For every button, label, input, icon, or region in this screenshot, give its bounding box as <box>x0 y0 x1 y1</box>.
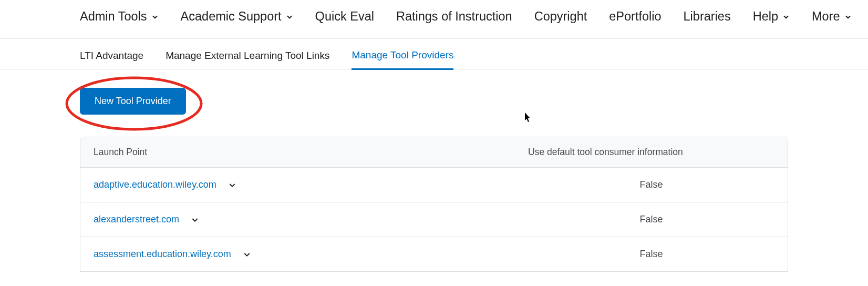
sub-tabs: LTI Advantage Manage External Learning T… <box>0 39 868 69</box>
column-header-launch-point[interactable]: Launch Point <box>80 137 515 167</box>
top-nav: Admin Tools Academic Support Quick Eval … <box>0 0 868 39</box>
launch-point-link[interactable]: alexanderstreet.com <box>94 214 179 225</box>
table-row: adaptive.education.wiley.com False <box>80 167 788 202</box>
cell-use-default: False <box>515 168 788 202</box>
nav-eportfolio[interactable]: ePortfolio <box>609 9 661 24</box>
nav-item-label: Admin Tools <box>80 9 147 24</box>
chevron-down-icon <box>286 13 293 21</box>
tab-manage-tool-providers[interactable]: Manage Tool Providers <box>352 49 453 70</box>
nav-item-label: More <box>812 9 840 24</box>
content-area: New Tool Provider Launch Point Use defau… <box>0 69 868 272</box>
tool-providers-table: Launch Point Use default tool consumer i… <box>80 137 788 272</box>
nav-libraries[interactable]: Libraries <box>684 9 731 24</box>
nav-help[interactable]: Help <box>753 9 790 24</box>
table-header: Launch Point Use default tool consumer i… <box>80 137 788 167</box>
column-header-use-default[interactable]: Use default tool consumer information <box>515 137 788 167</box>
nav-academic-support[interactable]: Academic Support <box>181 9 293 24</box>
cell-launch-point: adaptive.education.wiley.com <box>80 168 515 202</box>
cell-launch-point: assessment.education.wiley.com <box>80 237 515 271</box>
cell-use-default: False <box>515 237 788 271</box>
table-row: alexanderstreet.com False <box>80 202 788 237</box>
table-row: assessment.education.wiley.com False <box>80 237 788 271</box>
new-tool-provider-button[interactable]: New Tool Provider <box>80 88 186 115</box>
nav-copyright[interactable]: Copyright <box>534 9 587 24</box>
row-actions-chevron-down-icon[interactable] <box>228 181 236 189</box>
nav-item-label: Help <box>753 9 778 24</box>
nav-item-label: Academic Support <box>181 9 282 24</box>
nav-item-label: Copyright <box>534 9 587 24</box>
nav-admin-tools[interactable]: Admin Tools <box>80 9 159 24</box>
tab-manage-external-learning-tool-links[interactable]: Manage External Learning Tool Links <box>166 50 329 69</box>
chevron-down-icon <box>782 13 790 21</box>
chevron-down-icon <box>844 13 852 21</box>
launch-point-link[interactable]: assessment.education.wiley.com <box>94 249 231 260</box>
nav-quick-eval[interactable]: Quick Eval <box>315 9 374 24</box>
nav-item-label: Ratings of Instruction <box>396 9 512 24</box>
launch-point-link[interactable]: adaptive.education.wiley.com <box>94 179 216 190</box>
nav-item-label: Quick Eval <box>315 9 374 24</box>
nav-item-label: Libraries <box>684 9 731 24</box>
row-actions-chevron-down-icon[interactable] <box>243 250 251 259</box>
cell-use-default: False <box>515 202 788 237</box>
row-actions-chevron-down-icon[interactable] <box>191 216 199 224</box>
tab-lti-advantage[interactable]: LTI Advantage <box>80 50 143 69</box>
cell-launch-point: alexanderstreet.com <box>80 202 515 237</box>
nav-item-label: ePortfolio <box>609 9 661 24</box>
chevron-down-icon <box>151 13 159 21</box>
nav-more[interactable]: More <box>812 9 852 24</box>
nav-ratings-of-instruction[interactable]: Ratings of Instruction <box>396 9 512 24</box>
